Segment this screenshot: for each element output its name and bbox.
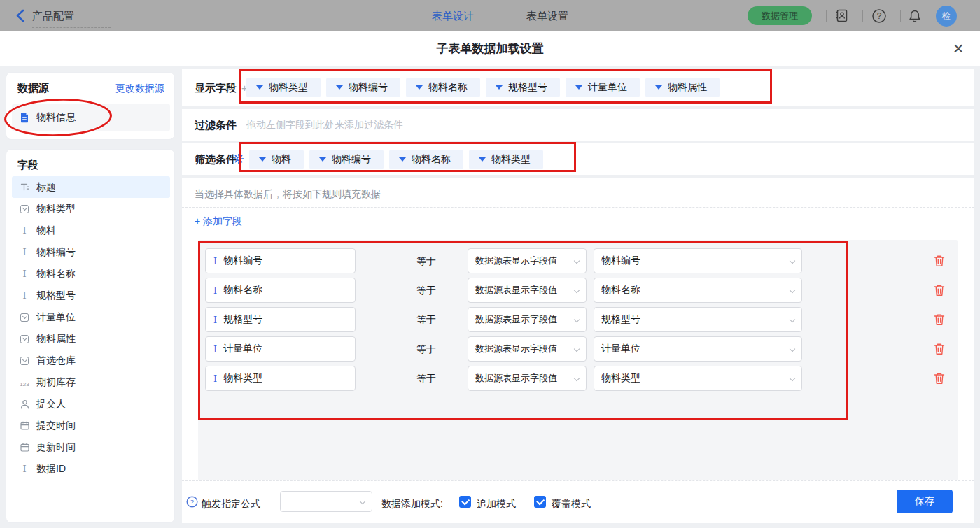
rule-target-value: 计量单位 [601,343,640,355]
chevron-down-icon [574,287,580,293]
trash-icon[interactable] [934,255,945,267]
display-field-tag[interactable]: 物料编号 [326,78,400,97]
text-icon [18,225,31,236]
help-icon[interactable]: ? [872,8,887,24]
screening-field-tag[interactable]: 物料编号 [309,150,384,169]
tag-label: 物料名称 [428,81,468,94]
field-item[interactable]: 物料编号 [12,241,170,263]
rule-target-select[interactable]: 物料类型 [594,366,802,391]
tag-label: 物料编号 [332,153,371,166]
overwrite-mode-label: 覆盖模式 [552,498,591,511]
rule-field-input[interactable]: I规格型号 [205,307,356,332]
tag-label: 规格型号 [508,81,547,94]
rule-field-label: 物料名称 [223,284,262,297]
rules-panel: I物料编号 等于 数据源表显示字段值 物料编号 I物料名称 等于 数据源表显示字… [198,240,958,480]
bell-icon[interactable] [907,8,923,24]
field-item[interactable]: 首选仓库 [12,350,170,371]
text-icon [18,247,31,257]
rule-operator: 等于 [416,307,436,332]
tab-form-design[interactable]: 表单设计 [432,0,474,31]
rule-field-input[interactable]: I物料编号 [205,248,356,273]
trash-icon[interactable] [934,284,945,297]
screening-field-tag[interactable]: 物料名称 [389,150,463,169]
display-field-tags: 物料类型 物料编号 物料名称 规格型号 计量单位 物料属性 [246,78,720,97]
data-manage-button[interactable]: 数据管理 [748,6,812,25]
rule-source-select[interactable]: 数据源表显示字段值 [468,336,587,362]
append-mode-checkbox[interactable] [459,496,471,508]
close-icon[interactable]: × [946,36,970,60]
rule-field-input[interactable]: I物料类型 [205,366,356,391]
chevron-down-icon [574,376,580,381]
rule-source-value: 数据源表显示字段值 [475,313,557,326]
add-field-link[interactable]: + 添加字段 [195,215,242,228]
rule-target-select[interactable]: 物料编号 [594,248,802,273]
fill-rules-section: 当选择具体数据后，将按如下规则填充数据 + 添加字段 I物料编号 等于 数据源表… [182,178,974,523]
change-datasource-link[interactable]: 更改数据源 [115,83,164,95]
tab-form-settings[interactable]: 表单设置 [526,0,568,31]
trash-icon[interactable] [934,343,945,355]
rule-target-select[interactable]: 计量单位 [594,336,802,362]
display-field-tag[interactable]: 计量单位 [566,78,640,97]
rule-source-select[interactable]: 数据源表显示字段值 [468,278,587,303]
field-item[interactable]: 数据ID [12,458,170,480]
select-icon [18,313,31,322]
filter-drop-placeholder[interactable]: 拖动左侧字段到此处来添加过滤条件 [246,109,403,141]
overwrite-mode-checkbox[interactable] [534,496,546,508]
field-item[interactable]: 物料类型 [12,198,170,220]
field-item[interactable]: 计量单位 [12,306,170,328]
user-avatar[interactable]: 检 [936,6,957,27]
fields-list: 标题 物料类型 物料 物料编号 物料名称 规格型号 [6,176,176,480]
back-chevron-icon[interactable] [15,9,25,22]
field-item[interactable]: 物料属性 [12,328,170,350]
help-circle-icon[interactable]: ? [186,496,198,508]
tag-label: 物料 [272,153,291,166]
rule-target-select[interactable]: 物料名称 [594,278,802,303]
gear-icon[interactable] [234,154,244,164]
display-field-tag[interactable]: 物料属性 [645,78,720,97]
text-icon [18,269,31,279]
field-item[interactable]: 物料名称 [12,263,170,285]
modal-title: 子表单数据加载设置 [0,31,980,66]
field-item[interactable]: 期初库存 [12,371,170,393]
field-item[interactable]: 更新时间 [12,436,170,458]
field-item-title[interactable]: 标题 [12,176,170,198]
screening-field-tag[interactable]: 物料类型 [469,150,543,169]
field-item-label: 数据ID [36,463,66,476]
field-item[interactable]: 规格型号 [12,285,170,306]
chevron-down-icon [574,317,580,322]
formula-select[interactable] [280,491,372,512]
address-book-icon[interactable] [834,8,849,23]
save-button[interactable]: 保存 [897,490,953,513]
display-field-tag[interactable]: 规格型号 [486,78,560,97]
page: 产品配置 表单设计 表单设置 数据管理 ? 检 子表单数据加载设置 × 数据源 … [0,0,980,528]
datasource-item[interactable]: 物料信息 [12,104,170,131]
chevron-down-icon [790,287,795,293]
field-item[interactable]: 提交时间 [12,415,170,436]
rule-target-select[interactable]: 规格型号 [594,307,802,332]
divider [182,207,974,208]
trash-icon[interactable] [934,372,945,385]
divider [900,10,901,22]
display-field-tag[interactable]: 物料类型 [246,78,321,97]
text-field-icon: I [214,373,217,384]
filter-condition-section: 过滤条件 拖动左侧字段到此处来添加过滤条件 [182,109,974,141]
rule-field-input[interactable]: I计量单位 [205,336,356,362]
chevron-down-icon [790,258,795,264]
caret-down-icon [259,157,266,162]
document-icon [19,112,30,123]
title-icon [18,183,31,192]
field-item-label: 首选仓库 [36,355,76,367]
trash-icon[interactable] [934,313,945,326]
field-item[interactable]: 提交人 [12,393,170,415]
tag-label: 物料类型 [491,153,531,166]
rule-source-select[interactable]: 数据源表显示字段值 [468,366,587,391]
display-field-tag[interactable]: 物料名称 [406,78,480,97]
data-add-mode-label: 数据添加模式: [382,498,443,511]
rule-source-select[interactable]: 数据源表显示字段值 [468,307,587,332]
screening-field-tag[interactable]: 物料 [249,150,304,169]
rule-field-input[interactable]: I物料名称 [205,278,356,303]
field-item[interactable]: 物料 [12,220,170,241]
rule-source-select[interactable]: 数据源表显示字段值 [468,248,587,273]
rule-operator: 等于 [416,336,436,362]
divider [182,480,974,481]
